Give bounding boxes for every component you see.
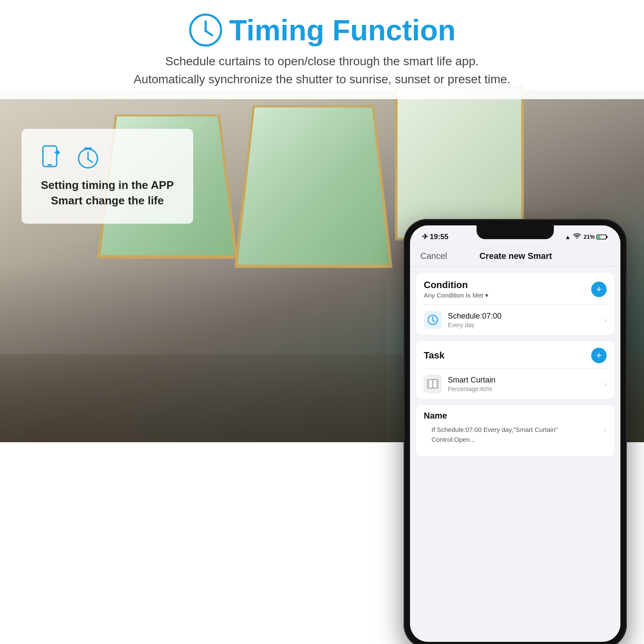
status-time: 19:55: [430, 233, 448, 241]
schedule-text: Schedule:07:00 Every day: [448, 312, 598, 328]
schedule-icon: [424, 311, 442, 329]
timer-icon: [75, 144, 101, 170]
device-chevron: ›: [604, 380, 607, 389]
signal-icon: ▲: [565, 234, 571, 240]
curtain-icon: [424, 375, 442, 393]
info-icons: [39, 144, 176, 170]
device-main: Smart Curtain: [448, 376, 598, 385]
task-title-group: Task: [424, 350, 445, 361]
skylight-window-3: [395, 86, 524, 240]
schedule-main: Schedule:07:00: [448, 312, 598, 321]
name-value: If Schedule:07:00 Every day,"Smart Curta…: [424, 425, 604, 450]
cancel-button[interactable]: Cancel: [420, 251, 447, 261]
status-left: ✈ 19:55: [422, 232, 448, 241]
svg-rect-13: [606, 236, 608, 238]
svg-line-16: [433, 320, 435, 322]
skylight-window-2: [234, 106, 393, 268]
info-overlay-box: Setting timing in the APP Smart change t…: [21, 129, 193, 224]
name-card: Name If Schedule:07:00 Every day,"Smart …: [416, 405, 614, 456]
svg-point-3: [204, 30, 207, 32]
subtitle-line1: Schedule curtains to open/close through …: [9, 52, 635, 70]
condition-title-group: Condition Any Condition Is Met ▾: [424, 279, 489, 299]
task-header: Task +: [416, 341, 614, 368]
subtitle-line2: Automatically synchronize the shutter to…: [9, 70, 635, 88]
phone-notch: [477, 225, 554, 239]
schedule-item[interactable]: Schedule:07:00 Every day ›: [416, 305, 614, 335]
airplane-icon: ✈: [422, 232, 428, 241]
svg-point-10: [577, 238, 577, 239]
task-card: Task +: [416, 341, 614, 399]
svg-line-8: [88, 159, 92, 162]
app-content: Condition Any Condition Is Met ▾ +: [410, 267, 620, 642]
name-title: Name: [416, 405, 614, 425]
phone-shell: ✈ 19:55 ▲ 21%: [404, 219, 627, 644]
device-sub: Percentage:60%: [448, 386, 598, 392]
status-right: ▲ 21%: [565, 233, 608, 240]
app-header[interactable]: Cancel Create new Smart: [410, 246, 620, 267]
condition-title: Condition: [424, 279, 489, 291]
phone-screen: ✈ 19:55 ▲ 21%: [410, 225, 620, 642]
info-text-line1: Setting timing in the APP: [39, 177, 176, 193]
screen-title: Create new Smart: [480, 251, 552, 261]
name-value-row[interactable]: If Schedule:07:00 Every day,"Smart Curta…: [416, 425, 614, 456]
condition-subtitle[interactable]: Any Condition Is Met ▾: [424, 292, 489, 299]
svg-rect-12: [598, 236, 601, 239]
page-title: Timing Function: [229, 13, 456, 47]
condition-card: Condition Any Condition Is Met ▾ +: [416, 273, 614, 335]
title-row: Timing Function: [9, 13, 635, 47]
device-item[interactable]: Smart Curtain Percentage:60% ›: [416, 369, 614, 399]
info-text-line2: Smart change the life: [39, 193, 176, 208]
name-chevron: ›: [604, 425, 607, 434]
device-text: Smart Curtain Percentage:60%: [448, 376, 598, 392]
phone-mockup: ✈ 19:55 ▲ 21%: [404, 219, 627, 644]
battery-level: 21%: [583, 234, 608, 240]
phone-arrow-icon: [39, 144, 64, 170]
task-title: Task: [424, 350, 445, 361]
svg-rect-4: [43, 146, 57, 167]
clock-icon: [188, 13, 223, 47]
condition-header: Condition Any Condition Is Met ▾ +: [416, 273, 614, 304]
wifi-icon: [573, 233, 581, 240]
schedule-sub: Every day: [448, 322, 598, 328]
top-banner: Timing Function Schedule curtains to ope…: [0, 0, 644, 99]
add-task-button[interactable]: +: [591, 348, 607, 363]
add-condition-button[interactable]: +: [591, 282, 607, 297]
schedule-chevron: ›: [604, 316, 607, 325]
